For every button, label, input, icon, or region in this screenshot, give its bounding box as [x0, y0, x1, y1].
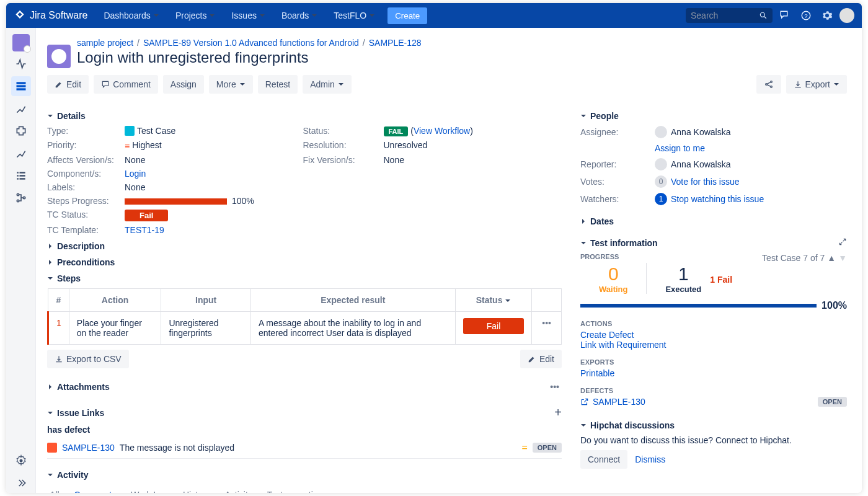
add-link-icon[interactable]: + [554, 405, 562, 420]
priority-medium-icon: = [521, 442, 527, 453]
prev-tc-icon[interactable]: ▲ [827, 253, 836, 263]
create-button[interactable]: Create [388, 7, 427, 24]
crumb-parent[interactable]: SAMPLE-89 Version 1.0 Advanced functions… [143, 38, 359, 48]
svg-text:?: ? [804, 12, 808, 19]
user-avatar[interactable] [839, 8, 854, 23]
sidebar-reports2-icon[interactable] [11, 143, 31, 163]
attachments-header[interactable]: Attachments••• [47, 379, 562, 394]
tab-all[interactable]: All [47, 485, 62, 493]
vote-link[interactable]: Vote for this issue [671, 177, 740, 187]
comment-button[interactable]: Comment [94, 75, 158, 94]
sidebar-tree-icon[interactable] [11, 188, 31, 208]
feedback-icon[interactable] [776, 7, 794, 24]
tab-history[interactable]: History [180, 485, 213, 493]
issue-links-header[interactable]: Issue Links+ [47, 405, 562, 420]
edit-button[interactable]: Edit [47, 75, 89, 94]
sidebar-project-icon[interactable] [12, 34, 30, 51]
test-info-header[interactable]: Test information [580, 237, 847, 248]
share-button[interactable] [756, 75, 781, 94]
hipchat-header[interactable]: Hipchat discussions [580, 420, 847, 430]
connect-button[interactable]: Connect [580, 450, 627, 469]
step-more-icon[interactable]: ••• [539, 316, 554, 330]
svg-rect-5 [16, 88, 25, 90]
svg-point-16 [765, 84, 767, 86]
sidebar-list-icon[interactable] [11, 166, 31, 185]
nav-dashboards[interactable]: Dashboards [97, 7, 166, 24]
sidebar-addon-icon[interactable] [11, 121, 31, 141]
priority-highest-icon: ≡ [125, 141, 130, 151]
steps-progress-bar [125, 198, 227, 205]
description-header[interactable]: Description [47, 241, 562, 251]
export-csv-button[interactable]: Export to CSV [47, 350, 129, 368]
svg-rect-6 [17, 172, 19, 174]
steps-header[interactable]: Steps [47, 273, 562, 283]
sidebar-activity-icon[interactable] [11, 54, 31, 74]
dates-header[interactable]: Dates [580, 216, 847, 226]
nav-issues[interactable]: Issues [225, 7, 271, 24]
dismiss-link[interactable]: Dismiss [635, 454, 665, 464]
jira-logo[interactable]: Jira Software [14, 9, 87, 22]
help-icon[interactable]: ? [797, 7, 815, 24]
svg-rect-3 [16, 82, 25, 84]
retest-button[interactable]: Retest [258, 75, 298, 94]
component-link[interactable]: Login [125, 169, 146, 179]
create-defect-link[interactable]: Create Defect [580, 330, 847, 340]
assignee-avatar [655, 126, 667, 138]
nav-projects[interactable]: Projects [169, 7, 222, 24]
attachments-more-icon[interactable]: ••• [547, 379, 562, 394]
test-progress-bar [580, 304, 817, 308]
steps-edit-button[interactable]: Edit [520, 350, 562, 368]
sidebar-collapse-icon[interactable] [11, 473, 31, 493]
view-workflow-link[interactable]: View Workflow [414, 126, 470, 136]
svg-point-13 [17, 200, 19, 202]
svg-point-0 [760, 12, 764, 17]
admin-button[interactable]: Admin [303, 75, 352, 94]
svg-rect-4 [16, 85, 25, 87]
svg-point-18 [770, 86, 772, 88]
sidebar-settings-icon[interactable] [11, 451, 31, 471]
crumb-issue[interactable]: SAMPLE-128 [369, 38, 422, 48]
tab-test-executions[interactable]: Test executions [265, 485, 330, 493]
svg-rect-8 [17, 175, 19, 177]
more-button[interactable]: More [209, 75, 253, 94]
link-requirement-link[interactable]: Link with Requirement [580, 340, 847, 350]
svg-point-14 [23, 197, 25, 198]
sidebar-reports-icon[interactable] [11, 99, 31, 118]
next-tc-icon[interactable]: ▼ [838, 253, 847, 263]
svg-rect-10 [17, 178, 19, 180]
activity-header[interactable]: Activity [47, 470, 562, 480]
sidebar-backlog-icon[interactable] [11, 76, 31, 96]
printable-link[interactable]: Printable [580, 368, 847, 378]
tab-comments[interactable]: Comments [72, 485, 119, 493]
top-nav: Jira Software Dashboards Projects Issues… [6, 3, 862, 28]
activity-tabs: All Comments Work Log History Activity T… [47, 485, 562, 493]
svg-rect-7 [19, 172, 25, 174]
preconditions-header[interactable]: Preconditions [47, 257, 562, 267]
crumb-project[interactable]: sample project [77, 38, 133, 48]
svg-point-15 [19, 459, 22, 463]
nav-testflo[interactable]: TestFLO [327, 7, 381, 24]
details-header[interactable]: Details [47, 111, 562, 121]
nav-boards[interactable]: Boards [275, 7, 324, 24]
issue-toolbar: Edit Comment Assign More Retest Admin Ex… [47, 75, 847, 94]
linked-issue-row[interactable]: SAMPLE-130 The message is not displayed … [47, 437, 562, 459]
assign-to-me-link[interactable]: Assign to me [655, 143, 705, 153]
search-input[interactable] [686, 8, 773, 23]
project-avatar [47, 45, 71, 68]
linked-status-badge: OPEN [533, 443, 562, 453]
tc-template-link[interactable]: TEST1-19 [125, 225, 164, 235]
people-header[interactable]: People [580, 111, 847, 121]
expand-icon[interactable] [838, 237, 847, 248]
left-sidebar [6, 28, 36, 493]
tab-activity[interactable]: Activity [222, 485, 254, 493]
assign-button[interactable]: Assign [163, 75, 204, 94]
export-button[interactable]: Export [786, 75, 847, 94]
settings-icon[interactable] [818, 7, 836, 24]
step-status-badge[interactable]: Fail [463, 318, 525, 334]
watch-link[interactable]: Stop watching this issue [671, 194, 764, 204]
svg-rect-11 [19, 178, 25, 180]
svg-point-12 [17, 193, 19, 195]
defect-link[interactable]: SAMPLE-130 [593, 397, 645, 407]
tab-worklog[interactable]: Work Log [128, 485, 170, 493]
status-col-header[interactable]: Status [455, 289, 532, 312]
